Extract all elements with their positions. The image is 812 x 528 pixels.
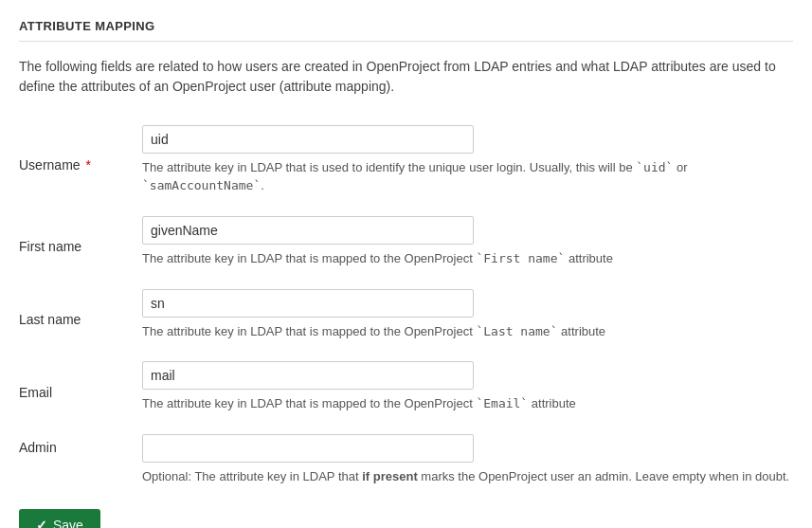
lastname-hint: The attribute key in LDAP that is mapped… (142, 323, 793, 341)
email-label: Email (19, 355, 142, 428)
save-button[interactable]: ✓ Save (19, 509, 100, 528)
intro-text: The following fields are related to how … (19, 57, 793, 97)
username-field-cell: The attribute key in LDAP that is used t… (142, 119, 793, 210)
section-container: ATTRIBUTE MAPPING The following fields a… (19, 19, 793, 528)
attribute-mapping-form: Username * The attribute key in LDAP tha… (19, 119, 793, 501)
firstname-hint: The attribute key in LDAP that is mapped… (142, 250, 793, 268)
lastname-label: Last name (19, 283, 142, 356)
admin-input[interactable] (142, 434, 474, 463)
firstname-row: First name The attribute key in LDAP tha… (19, 210, 793, 283)
admin-field-cell: Optional: The attribute key in LDAP that… (142, 428, 793, 501)
email-field-cell: The attribute key in LDAP that is mapped… (142, 355, 793, 428)
email-input[interactable] (142, 361, 474, 390)
required-indicator: * (82, 157, 91, 173)
firstname-field-cell: The attribute key in LDAP that is mapped… (142, 210, 793, 283)
username-hint: The attribute key in LDAP that is used t… (142, 159, 793, 195)
lastname-row: Last name The attribute key in LDAP that… (19, 283, 793, 356)
firstname-label: First name (19, 210, 142, 283)
section-title: ATTRIBUTE MAPPING (19, 19, 793, 42)
email-hint: The attribute key in LDAP that is mapped… (142, 395, 793, 413)
checkmark-icon: ✓ (36, 518, 47, 528)
username-row: Username * The attribute key in LDAP tha… (19, 119, 793, 210)
save-label: Save (53, 518, 83, 528)
lastname-field-cell: The attribute key in LDAP that is mapped… (142, 283, 793, 356)
admin-row: Admin Optional: The attribute key in LDA… (19, 428, 793, 501)
username-label: Username * (19, 119, 142, 210)
firstname-input[interactable] (142, 216, 474, 245)
admin-label: Admin (19, 428, 142, 501)
admin-hint: Optional: The attribute key in LDAP that… (142, 468, 793, 486)
username-input[interactable] (142, 125, 474, 154)
email-row: Email The attribute key in LDAP that is … (19, 355, 793, 428)
lastname-input[interactable] (142, 289, 474, 318)
